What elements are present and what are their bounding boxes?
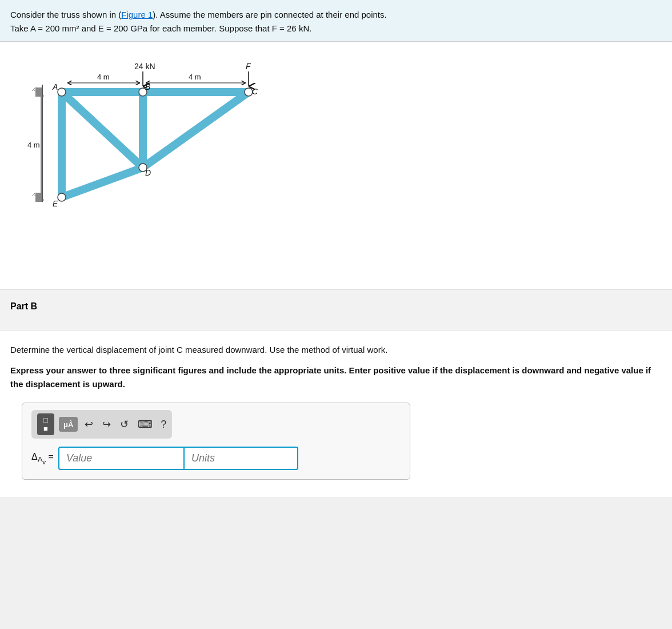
redo-icon: ↪	[102, 419, 111, 430]
node-c-label: C	[252, 87, 258, 96]
bold-instruction: Express your answer to three significant…	[10, 364, 662, 391]
mu-label: μÅ	[63, 420, 73, 429]
input-row: ΔAv =	[31, 447, 401, 470]
redo-button[interactable]: ↪	[100, 417, 113, 432]
problem-container: Consider the truss shown in (Figure 1). …	[0, 0, 672, 42]
intro-text: Consider the truss shown in (	[10, 10, 121, 19]
mu-button[interactable]: μÅ	[59, 417, 78, 432]
dim-top-left: 4 m	[97, 73, 110, 81]
svg-line-21	[62, 168, 143, 197]
svg-point-26	[58, 193, 66, 201]
problem-text: Consider the truss shown in (Figure 1). …	[10, 8, 662, 35]
node-d-label: D	[145, 168, 151, 177]
answer-box: □■ μÅ ↩ ↪ ↺ ⌨ ? ΔAv =	[22, 403, 410, 480]
keyboard-button[interactable]: ⌨	[135, 417, 155, 432]
units-input[interactable]	[184, 447, 298, 470]
figure-area: 24 kN F 4 m 4 m	[0, 42, 672, 290]
truss-diagram: 24 kN F 4 m 4 m	[23, 53, 343, 278]
figure-link[interactable]: Figure 1	[121, 10, 153, 19]
svg-point-24	[245, 88, 253, 96]
math-toolbar: □■ μÅ ↩ ↪ ↺ ⌨ ?	[31, 410, 172, 439]
node-b-label: B	[145, 82, 150, 91]
refresh-button[interactable]: ↺	[118, 417, 131, 432]
dim-top-right: 4 m	[189, 73, 201, 81]
node-a-label: A	[52, 82, 58, 91]
matrix-icon: □■	[43, 416, 48, 433]
question-text: Determine the vertical displacement of j…	[10, 343, 662, 357]
load-b-label: 24 kN	[134, 62, 155, 71]
help-icon: ?	[161, 419, 166, 431]
matrix-button[interactable]: □■	[37, 413, 54, 435]
refresh-icon: ↺	[120, 419, 129, 430]
part-b-section: Part B	[0, 290, 672, 331]
undo-icon: ↩	[85, 419, 93, 430]
undo-button[interactable]: ↩	[82, 417, 95, 432]
delta-label: ΔAv =	[31, 452, 54, 465]
node-e-label: E	[53, 199, 58, 208]
load-f-label: F	[246, 62, 251, 71]
question-section: Determine the vertical displacement of j…	[0, 331, 672, 497]
intro-text2: ). Assume the members are pin connected …	[153, 10, 386, 19]
parameters-text: Take A = 200 mm² and E = 200 GPa for eac…	[10, 23, 311, 33]
part-b-label: Part B	[10, 301, 662, 312]
svg-line-18	[62, 92, 143, 168]
value-input[interactable]	[58, 447, 184, 470]
dim-left-height: 4 m	[27, 141, 40, 149]
svg-line-19	[143, 92, 249, 168]
keyboard-icon: ⌨	[138, 419, 153, 430]
svg-point-22	[58, 88, 66, 96]
